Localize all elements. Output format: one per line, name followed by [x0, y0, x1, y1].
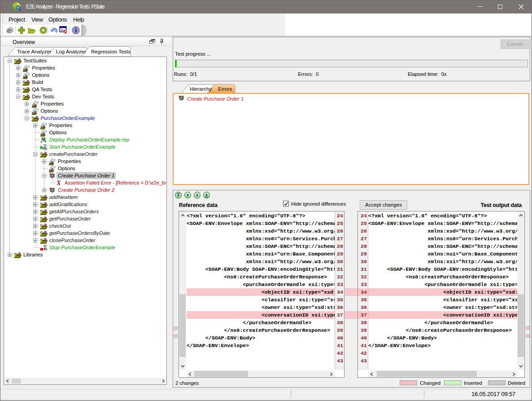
svg-text:Regression Tests: Regression Tests	[91, 49, 131, 54]
svg-text:Trace Analyzer: Trace Analyzer	[17, 49, 51, 54]
svg-text:Hierarchy: Hierarchy	[190, 86, 212, 92]
svg-text:Errors: Errors	[218, 86, 232, 92]
svg-text:Log Analyzer: Log Analyzer	[56, 49, 86, 54]
